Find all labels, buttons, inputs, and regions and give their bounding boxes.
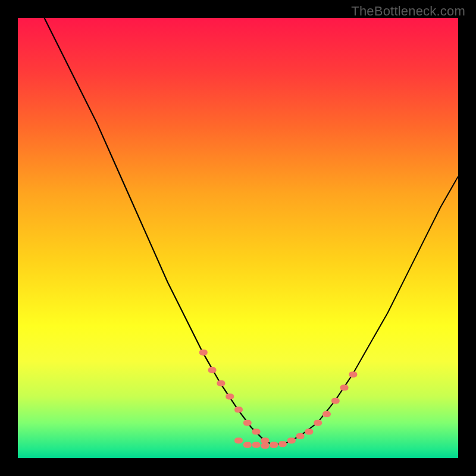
highlight-dot xyxy=(234,437,243,443)
highlight-dot xyxy=(287,437,296,443)
highlight-dot xyxy=(243,420,252,426)
curve-left-group xyxy=(44,18,273,445)
highlight-dot xyxy=(322,411,331,417)
highlight-dot xyxy=(261,443,269,449)
highlight-right xyxy=(305,371,357,434)
curve-right xyxy=(273,176,458,444)
highlight-dot xyxy=(261,437,269,443)
highlight-dot xyxy=(208,367,217,373)
chart-overlay xyxy=(18,18,458,458)
highlight-dot xyxy=(270,442,278,448)
highlight-bottom xyxy=(234,433,305,449)
watermark-text: TheBottleneck.com xyxy=(351,4,465,19)
highlight-dot xyxy=(234,407,243,413)
highlight-dot xyxy=(252,429,261,435)
highlight-dot xyxy=(314,420,322,426)
highlight-dot xyxy=(243,442,252,448)
highlight-left xyxy=(199,349,278,447)
highlight-dot xyxy=(296,433,305,439)
highlight-dot xyxy=(331,398,340,404)
highlight-dot xyxy=(199,349,208,355)
highlight-dot xyxy=(278,441,287,447)
highlight-dot xyxy=(340,385,349,391)
highlight-dot xyxy=(305,429,313,435)
highlight-dot xyxy=(217,380,225,386)
curve-right-group xyxy=(273,176,458,444)
highlight-dot xyxy=(226,393,234,399)
highlight-dot xyxy=(252,442,261,448)
curve-left xyxy=(44,18,273,445)
highlight-dot xyxy=(349,371,357,377)
